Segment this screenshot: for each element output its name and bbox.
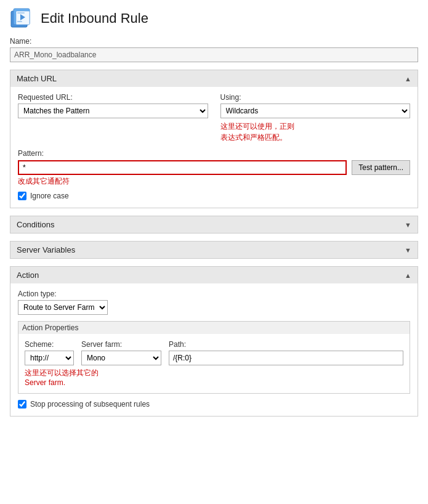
conditions-header[interactable]: Conditions ▼ xyxy=(10,216,418,233)
ignore-case-checkbox[interactable] xyxy=(18,192,26,200)
match-url-chevron-icon: ▲ xyxy=(405,75,411,83)
svg-rect-5 xyxy=(17,21,22,22)
action-body: Action type: Route to Server Farm Action… xyxy=(10,283,418,416)
page-container: Edit Inbound Rule Name: Match URL ▲ Requ… xyxy=(0,0,428,426)
test-pattern-button[interactable]: Test pattern... xyxy=(352,160,410,175)
scheme-select[interactable]: http:// xyxy=(25,351,74,365)
header: Edit Inbound Rule xyxy=(10,6,418,31)
action-type-select[interactable]: Route to Server Farm xyxy=(18,300,108,315)
pattern-label: Pattern: xyxy=(18,149,410,158)
server-variables-chevron-icon: ▼ xyxy=(405,246,411,254)
match-url-body: Requested URL: Matches the Pattern Using… xyxy=(10,87,418,208)
app-icon xyxy=(10,6,34,31)
using-select[interactable]: Wildcards xyxy=(220,104,411,118)
name-label: Name: xyxy=(10,37,418,46)
svg-rect-4 xyxy=(17,12,25,14)
action-properties-title: Action Properties xyxy=(18,322,410,334)
stop-processing-row: Stop processing of subsequent rules xyxy=(18,400,410,408)
server-farm-label: Server farm: xyxy=(81,340,161,349)
ignore-case-row: Ignore case xyxy=(18,192,410,200)
action-title: Action xyxy=(17,270,39,280)
requested-url-select[interactable]: Matches the Pattern xyxy=(18,104,208,118)
action-type-field: Action type: Route to Server Farm xyxy=(18,290,410,315)
action-fields-row: Scheme: http:// Server farm: Mono xyxy=(25,340,403,365)
server-variables-header[interactable]: Server Variables ▼ xyxy=(10,242,418,258)
pattern-row: Test pattern... xyxy=(18,160,410,175)
action-header[interactable]: Action ▲ xyxy=(10,267,418,283)
pattern-section: Pattern: Test pattern... 改成其它通配符 xyxy=(18,149,410,187)
using-hint: 这里还可以使用，正则 表达式和严格匹配。 xyxy=(220,121,411,143)
pattern-hint: 改成其它通配符 xyxy=(18,176,410,187)
pattern-input-wrapper xyxy=(18,160,347,175)
match-url-section: Match URL ▲ Requested URL: Matches the P… xyxy=(10,70,418,208)
server-farm-select[interactable]: Mono xyxy=(81,351,161,365)
conditions-section: Conditions ▼ xyxy=(10,216,418,234)
scheme-field: Scheme: http:// xyxy=(25,340,74,365)
using-field: Using: Wildcards 这里还可以使用，正则 表达式和严格匹配。 xyxy=(220,93,411,143)
match-url-header[interactable]: Match URL ▲ xyxy=(10,70,418,87)
pattern-input[interactable] xyxy=(18,160,347,175)
name-input[interactable] xyxy=(10,47,418,62)
server-farm-field: Server farm: Mono xyxy=(81,340,161,365)
path-input[interactable] xyxy=(169,351,403,365)
requested-url-label: Requested URL: xyxy=(18,93,208,102)
server-farm-hint: 这里还可以选择其它的 Server farm. xyxy=(25,368,403,387)
match-url-fields-row: Requested URL: Matches the Pattern Using… xyxy=(18,93,410,143)
stop-processing-checkbox[interactable] xyxy=(18,400,26,408)
action-properties-box: Action Properties Scheme: http:// Server… xyxy=(18,321,410,394)
path-label: Path: xyxy=(169,340,403,349)
requested-url-field: Requested URL: Matches the Pattern xyxy=(18,93,208,118)
server-variables-section: Server Variables ▼ xyxy=(10,241,418,259)
using-label: Using: xyxy=(220,93,411,102)
path-field: Path: xyxy=(169,340,403,365)
action-type-label: Action type: xyxy=(18,290,410,298)
scheme-label: Scheme: xyxy=(25,340,74,349)
name-section: Name: xyxy=(10,37,418,62)
ignore-case-label[interactable]: Ignore case xyxy=(30,192,69,200)
conditions-chevron-icon: ▼ xyxy=(405,221,411,229)
conditions-title: Conditions xyxy=(17,220,54,229)
stop-processing-label[interactable]: Stop processing of subsequent rules xyxy=(30,400,150,408)
page-title: Edit Inbound Rule xyxy=(41,10,148,26)
server-variables-title: Server Variables xyxy=(17,245,75,254)
action-chevron-icon: ▲ xyxy=(405,272,411,279)
match-url-title: Match URL xyxy=(17,74,57,83)
action-section: Action ▲ Action type: Route to Server Fa… xyxy=(10,266,418,417)
